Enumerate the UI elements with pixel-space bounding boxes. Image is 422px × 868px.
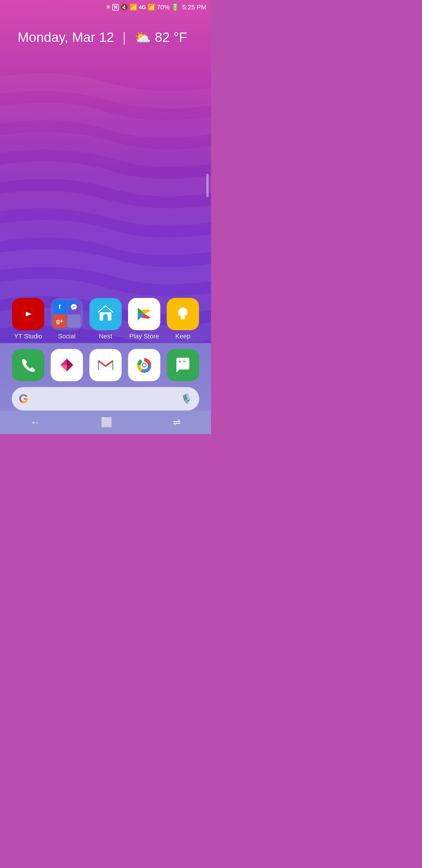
dock-phone[interactable] (12, 349, 44, 381)
time-display: 5:25 PM (182, 3, 206, 11)
battery-percent: 70% (157, 3, 170, 11)
app-row: YT Studio f g+ Social (0, 298, 211, 340)
chrome-icon (128, 349, 160, 381)
duo-icon: " " (167, 349, 199, 381)
temperature-text: 82 °F (155, 30, 187, 45)
battery-icon: 🔋 (171, 3, 179, 11)
nest-label: Nest (99, 333, 112, 340)
dock-mix[interactable] (51, 349, 83, 381)
svg-marker-4 (98, 305, 113, 313)
social-folder-label: Social (58, 333, 75, 340)
svg-marker-15 (67, 365, 73, 372)
svg-marker-12 (60, 359, 67, 365)
weather-icon: ⛅ (134, 30, 151, 45)
svg-rect-9 (181, 318, 185, 319)
scroll-hint (206, 174, 209, 197)
status-bar: ✳ N 🔇 📶 4G 📶 70% 🔋 5:25 PM (0, 0, 211, 15)
yt-studio-label: YT Studio (14, 333, 42, 340)
dock-icons: " " (0, 349, 211, 381)
network-type: 4G (139, 4, 146, 10)
nest-icon (89, 298, 122, 330)
mute-icon: 🔇 (120, 3, 128, 11)
google-logo: G (19, 392, 28, 406)
svg-text:": " (178, 359, 182, 367)
dock-duo[interactable]: " " (167, 349, 199, 381)
phone-icon (12, 349, 44, 381)
home-button[interactable]: ⬜ (92, 414, 121, 431)
back-button[interactable]: ← (22, 413, 50, 431)
mix-icon (51, 349, 83, 381)
play-store-icon (128, 298, 160, 330)
play-store-label: Play Store (129, 333, 159, 340)
bluetooth-icon: ✳ (105, 3, 111, 11)
app-play-store[interactable]: Play Store (128, 298, 160, 340)
date-separator: | (123, 30, 126, 45)
voice-search-icon[interactable]: 🎙️ (181, 393, 192, 404)
svg-marker-14 (60, 365, 67, 372)
keep-icon (167, 298, 199, 330)
dock-chrome[interactable] (128, 349, 160, 381)
google-search-bar[interactable]: G 🎙️ (12, 387, 199, 410)
keep-label: Keep (175, 333, 190, 340)
nfc-icon: N (112, 4, 119, 10)
date-text: Monday, Mar 12 (18, 30, 114, 45)
app-keep[interactable]: Keep (167, 298, 199, 340)
dock-gmail[interactable] (89, 349, 122, 381)
wifi-icon: 📶 (130, 3, 137, 11)
date-weather-widget[interactable]: Monday, Mar 12 | ⛅ 82 °F (18, 29, 187, 45)
app-nest[interactable]: Nest (89, 298, 122, 340)
svg-point-7 (178, 308, 188, 317)
svg-text:": " (183, 359, 186, 367)
nav-bar: ← ⬜ ⇌ (0, 410, 211, 434)
recents-button[interactable]: ⇌ (164, 414, 190, 431)
gmail-icon (89, 349, 122, 381)
app-yt-studio[interactable]: YT Studio (12, 298, 44, 340)
app-social-folder[interactable]: f g+ Social (51, 298, 83, 340)
svg-point-22 (143, 364, 145, 367)
signal-icon: 📶 (148, 3, 155, 11)
svg-marker-13 (67, 359, 73, 365)
yt-studio-icon (18, 304, 38, 324)
social-folder-icon: f g+ (51, 298, 83, 330)
